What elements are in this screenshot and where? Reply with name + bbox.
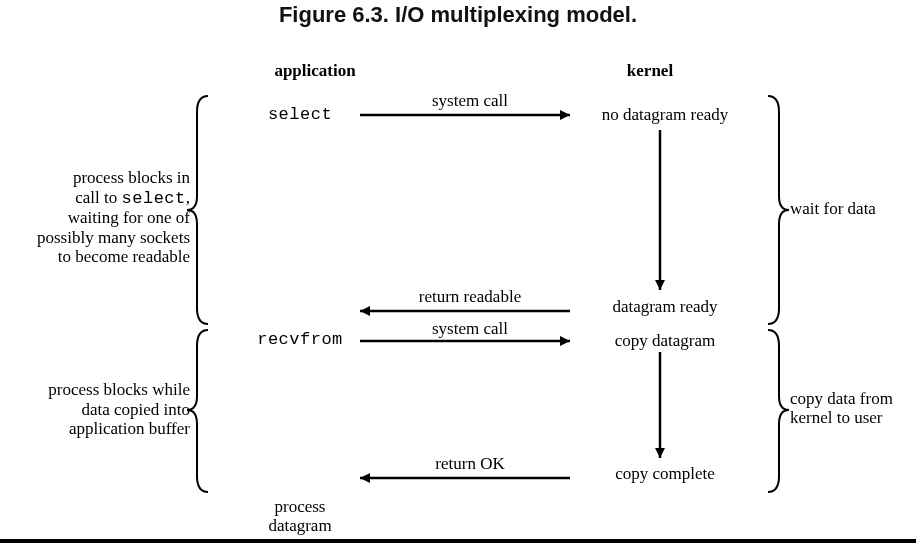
brace-right-copy — [768, 330, 789, 492]
note1-line1: process blocks in — [73, 168, 190, 187]
brace-right-wait — [768, 96, 789, 324]
arrow-label-system-call-1: system call — [390, 92, 550, 111]
note1-line4: possibly many sockets — [37, 228, 190, 247]
figure-title: Figure 6.3. I/O multiplexing model. — [0, 2, 916, 28]
app-select-label: select — [240, 106, 360, 125]
note-copy-block: process blocks while data copied into ap… — [0, 380, 190, 439]
app-process-datagram-label: process datagram — [240, 498, 360, 535]
arrow-label-system-call-2: system call — [390, 320, 550, 339]
kernel-no-datagram: no datagram ready — [575, 106, 755, 125]
header-application: application — [255, 62, 375, 81]
note1-line2b: select — [122, 189, 186, 208]
brace-left-select — [187, 96, 208, 324]
arrow-label-return-readable: return readable — [390, 288, 550, 307]
arrow-label-return-ok: return OK — [390, 455, 550, 474]
note1-line5: to become readable — [58, 247, 190, 266]
note1-line2a: call to — [75, 188, 121, 207]
kernel-copy-datagram: copy datagram — [575, 332, 755, 351]
note2-line3: application buffer — [69, 419, 190, 438]
kernel-copy-complete: copy complete — [575, 465, 755, 484]
right-copy-label: copy data from kernel to user — [790, 390, 916, 427]
figure-io-multiplexing: Figure 6.3. I/O multiplexing model. appl… — [0, 0, 916, 544]
brace-left-copy — [187, 330, 208, 492]
note1-line3: waiting for one of — [68, 208, 190, 227]
note-select-block: process blocks in call to select, waitin… — [0, 168, 190, 267]
right-wait-label: wait for data — [790, 200, 910, 219]
app-recvfrom-label: recvfrom — [240, 331, 360, 350]
note2-line2: data copied into — [81, 400, 190, 419]
kernel-datagram-ready: datagram ready — [575, 298, 755, 317]
note1-line2c: , — [186, 188, 190, 207]
header-kernel: kernel — [590, 62, 710, 81]
bottom-rule — [0, 539, 916, 543]
note2-line1: process blocks while — [48, 380, 190, 399]
